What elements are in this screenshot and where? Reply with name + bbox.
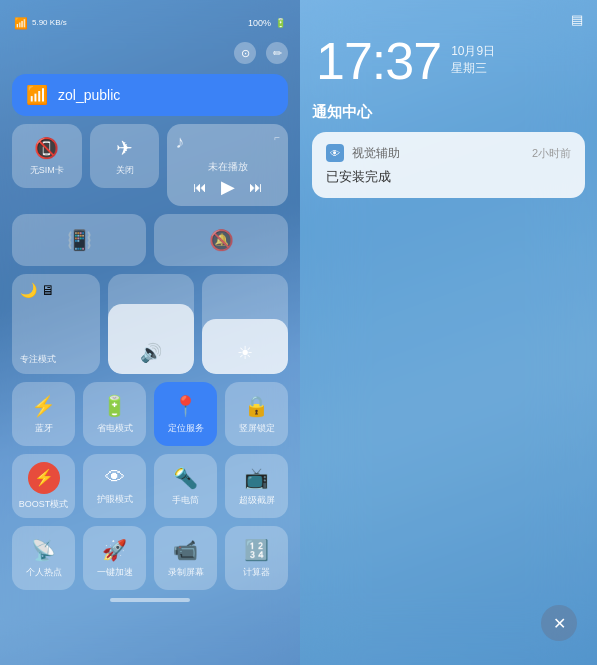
hotspot-icon: 📡 [31, 538, 56, 562]
battery-saver-icon: 🔋 [102, 394, 127, 418]
notification-center: 通知中心 👁 视觉辅助 2小时前 已安装完成 [300, 87, 597, 198]
network-speed: 5.90 KB/s [32, 19, 67, 28]
edit-icon[interactable]: ✏ [266, 42, 288, 64]
calc-label: 计算器 [243, 566, 270, 579]
music-controls: ⏮ ▶ ⏭ [175, 176, 280, 198]
bluetooth-label: 蓝牙 [35, 422, 53, 435]
prev-button[interactable]: ⏮ [193, 179, 207, 195]
location-tile[interactable]: 📍 定位服务 [154, 382, 217, 446]
brightness-slider[interactable]: ☀ [202, 274, 288, 374]
focus-icons: 🌙 🖥 [20, 282, 92, 298]
weekday-text: 星期三 [451, 60, 495, 77]
sim-airplane-music-row: 📵 无SIM卡 ✈ 关闭 ♪ ⌐ 未在播放 ⏮ ▶ ⏭ [12, 124, 288, 206]
boost-icon: ⚡ [34, 468, 54, 487]
hotspot-tile[interactable]: 📡 个人热点 [12, 526, 75, 590]
notification-card[interactable]: 👁 视觉辅助 2小时前 已安装完成 [312, 132, 585, 198]
battery-percent: 100% [248, 18, 271, 28]
close-button[interactable]: ✕ [541, 605, 577, 641]
status-bar-right: ▤ [300, 0, 597, 27]
date-text: 10月9日 [451, 43, 495, 60]
boost-label: BOOST模式 [19, 498, 69, 511]
notif-app-icon: 👁 [326, 144, 344, 162]
flashlight-icon: 🔦 [173, 466, 198, 490]
super-screen-icon: 📺 [244, 466, 269, 490]
status-bar-left: 📶 5.90 KB/s 100% 🔋 [12, 16, 288, 30]
flashlight-tile[interactable]: 🔦 手电筒 [154, 454, 217, 518]
silent-tile[interactable]: 🔕 [154, 214, 288, 266]
record-tile[interactable]: 📹 录制屏幕 [154, 526, 217, 590]
music-note-icon: ♪ [175, 132, 184, 153]
rocket-icon: 🚀 [102, 538, 127, 562]
date-block: 10月9日 星期三 [451, 35, 495, 77]
control-center-panel: 📶 5.90 KB/s 100% 🔋 ⊙ ✏ 📶 zol_public 📵 无S… [0, 0, 300, 665]
eye-tile[interactable]: 👁 护眼模式 [83, 454, 146, 518]
no-sim-tile[interactable]: 📵 无SIM卡 [12, 124, 82, 188]
record-label: 录制屏幕 [168, 566, 204, 579]
notif-header: 👁 视觉辅助 2小时前 [326, 144, 571, 162]
home-button-icon[interactable]: ⊙ [234, 42, 256, 64]
time-display: 17:37 [316, 35, 441, 87]
battery-icon: 🔋 [275, 18, 286, 28]
icon-row-2: ⚡ BOOST模式 👁 护眼模式 🔦 手电筒 📺 超级截屏 [12, 454, 288, 518]
airplane-tile[interactable]: ✈ 关闭 [90, 124, 160, 188]
calc-icon: 🔢 [244, 538, 269, 562]
music-corner-icon: ⌐ [274, 132, 280, 143]
notif-app-name: 视觉辅助 [352, 145, 400, 162]
record-icon: 📹 [173, 538, 198, 562]
vibrate-icon: 📳 [67, 228, 92, 252]
onekey-tile[interactable]: 🚀 一键加速 [83, 526, 146, 590]
focus-label: 专注模式 [20, 353, 92, 366]
onekey-label: 一键加速 [97, 566, 133, 579]
vibrate-tile[interactable]: 📳 [12, 214, 146, 266]
eye-label: 护眼模式 [97, 493, 133, 506]
super-screen-tile[interactable]: 📺 超级截屏 [225, 454, 288, 518]
brightness-icon: ☀ [237, 342, 253, 364]
notif-center-title: 通知中心 [312, 103, 585, 122]
location-label: 定位服务 [168, 422, 204, 435]
airplane-label: 关闭 [116, 164, 134, 177]
no-sim-label: 无SIM卡 [30, 164, 64, 177]
screen-lock-icon: 🔒 [244, 394, 269, 418]
next-button[interactable]: ⏭ [249, 179, 263, 195]
volume-slider[interactable]: 🔊 [108, 274, 194, 374]
music-title: 未在播放 [175, 160, 280, 174]
status-left-icons: 📶 5.90 KB/s [14, 16, 67, 30]
lock-screen-panel: ▤ 17:37 10月9日 星期三 通知中心 👁 视觉辅助 2小时前 已安装完成… [300, 0, 597, 665]
time-block: 17:37 10月9日 星期三 [300, 27, 597, 87]
battery-saver-label: 省电模式 [97, 422, 133, 435]
battery-saver-tile[interactable]: 🔋 省电模式 [83, 382, 146, 446]
focus-tile[interactable]: 🌙 🖥 专注模式 [12, 274, 100, 374]
location-icon: 📍 [173, 394, 198, 418]
icon-row-1: ⚡ 蓝牙 🔋 省电模式 📍 定位服务 🔒 竖屏锁定 [12, 382, 288, 446]
control-top-row: ⊙ ✏ [12, 42, 288, 64]
screen-lock-tile[interactable]: 🔒 竖屏锁定 [225, 382, 288, 446]
wifi-status-icon: 📶 [14, 16, 28, 30]
home-indicator [110, 598, 190, 602]
no-sim-icon: 📵 [34, 136, 59, 160]
wifi-button[interactable]: 📶 zol_public [12, 74, 288, 116]
bluetooth-tile[interactable]: ⚡ 蓝牙 [12, 382, 75, 446]
icon-row-3: 📡 个人热点 🚀 一键加速 📹 录制屏幕 🔢 计算器 [12, 526, 288, 590]
super-screen-label: 超级截屏 [239, 494, 275, 507]
focus-sliders-row: 🌙 🖥 专注模式 🔊 ☀ [12, 274, 288, 374]
flashlight-label: 手电筒 [172, 494, 199, 507]
music-tile-top: ♪ ⌐ [175, 132, 280, 153]
boost-tile[interactable]: ⚡ BOOST模式 [12, 454, 75, 518]
vibrate-silent-row: 📳 🔕 [12, 214, 288, 266]
play-button[interactable]: ▶ [221, 176, 235, 198]
notif-time: 2小时前 [532, 146, 571, 161]
music-player-tile[interactable]: ♪ ⌐ 未在播放 ⏮ ▶ ⏭ [167, 124, 288, 206]
bluetooth-icon: ⚡ [31, 394, 56, 418]
wifi-icon: 📶 [26, 84, 48, 106]
boost-icon-wrap: ⚡ [28, 462, 60, 494]
screen-lock-label: 竖屏锁定 [239, 422, 275, 435]
airplane-icon: ✈ [116, 136, 133, 160]
volume-icon: 🔊 [140, 342, 162, 364]
wifi-ssid: zol_public [58, 87, 120, 103]
battery-right-icon: ▤ [571, 12, 583, 27]
calc-tile[interactable]: 🔢 计算器 [225, 526, 288, 590]
silent-icon: 🔕 [209, 228, 234, 252]
status-right-icons: 100% 🔋 [248, 18, 286, 28]
notif-body: 已安装完成 [326, 168, 571, 186]
monitor-icon: 🖥 [41, 282, 55, 298]
